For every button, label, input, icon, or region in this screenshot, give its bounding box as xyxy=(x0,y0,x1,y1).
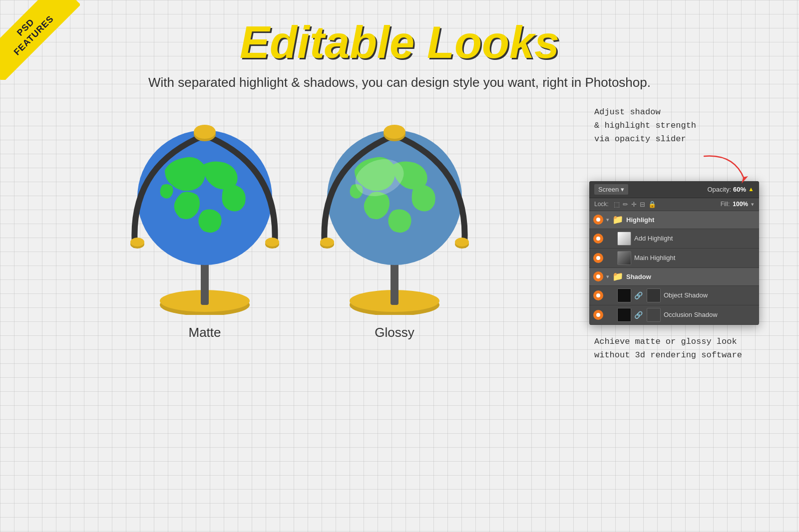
svg-point-9 xyxy=(265,238,279,247)
psd-badge: PSDFEATURES xyxy=(0,0,80,80)
occlusion-shadow-name: Occlusion Shadow xyxy=(664,311,755,318)
padlock-icon[interactable]: 🔒 xyxy=(648,201,656,208)
eye-icon-highlight[interactable] xyxy=(593,215,603,225)
layer-main-highlight[interactable]: Main Highlight xyxy=(589,249,759,268)
layer-occlusion-shadow[interactable]: 🔗 Occlusion Shadow xyxy=(589,305,759,325)
ps-fill-label: Fill: xyxy=(721,201,730,208)
thumb-object-shadow xyxy=(617,288,631,302)
thumb-main-highlight xyxy=(617,251,631,265)
layer-object-shadow[interactable]: 🔗 Object Shadow xyxy=(589,286,759,305)
eye-icon-shadow[interactable] xyxy=(593,271,603,281)
thumb-add-highlight xyxy=(617,232,631,246)
ps-yellow-indicator: ▲ xyxy=(748,186,754,193)
globes-area: Matte xyxy=(30,105,569,340)
ps-opacity: Opacity: 60% ▲ xyxy=(707,186,754,193)
svg-point-13 xyxy=(327,130,462,265)
shadow-group-name: Shadow xyxy=(626,273,755,280)
red-arrow-svg xyxy=(694,151,754,186)
panel-area: Adjust shadow & highlight strength via o… xyxy=(589,105,769,362)
eye-icon-occlusion-shadow[interactable] xyxy=(593,310,603,320)
ps-opacity-value[interactable]: 60% xyxy=(733,186,746,193)
ps-opacity-label: Opacity: xyxy=(707,186,731,193)
red-arrow-container xyxy=(589,151,769,181)
main-content: Matte xyxy=(0,95,799,362)
main-highlight-name: Main Highlight xyxy=(634,254,755,262)
folder-icon-highlight: 📁 xyxy=(612,214,623,225)
move-icon[interactable]: ✛ xyxy=(631,201,637,208)
subtitle: With separated highlight & shadows, you … xyxy=(0,75,799,90)
svg-point-3 xyxy=(137,130,272,265)
artboard-icon[interactable]: ⊟ xyxy=(640,201,645,208)
link-icon-occlusion: 🔗 xyxy=(634,311,643,319)
matte-globe-container: Matte xyxy=(125,105,285,340)
object-shadow-name: Object Shadow xyxy=(664,291,755,299)
brush-icon[interactable]: ✏ xyxy=(623,201,628,208)
layer-shadow-group[interactable]: ▾ 📁 Shadow xyxy=(589,268,759,286)
glossy-label: Glossy xyxy=(375,325,414,340)
eye-icon-add-highlight[interactable] xyxy=(593,234,603,244)
ps-blend-mode[interactable]: Screen ▾ xyxy=(594,184,628,195)
layer-add-highlight[interactable]: Add Highlight xyxy=(589,229,759,249)
page-title: Editable Looks xyxy=(0,20,799,65)
matte-globe-svg xyxy=(125,105,285,315)
folder-icon-shadow: 📁 xyxy=(612,271,623,282)
glossy-globe-svg xyxy=(315,105,474,315)
lock-icon[interactable]: ⬚ xyxy=(614,201,620,208)
layer-highlight-group[interactable]: ▾ 📁 Highlight xyxy=(589,211,759,229)
psd-badge-text: PSDFEATURES xyxy=(0,0,80,80)
header: Editable Looks With separated highlight … xyxy=(0,0,799,95)
matte-label: Matte xyxy=(188,325,221,340)
top-annotation: Adjust shadow & highlight strength via o… xyxy=(589,105,696,146)
add-highlight-name: Add Highlight xyxy=(634,235,755,242)
ps-lock-label: Lock: xyxy=(594,201,609,208)
photoshop-panel: Screen ▾ Opacity: 60% ▲ Lock: ⬚ ✏ ✛ ⊟ 🔒 … xyxy=(589,181,759,325)
ps-lock-row: Lock: ⬚ ✏ ✛ ⊟ 🔒 Fill: 100% ▾ xyxy=(589,198,759,211)
svg-point-7 xyxy=(130,238,144,247)
bottom-annotation: Achieve matte or glossy look without 3d … xyxy=(589,335,742,362)
highlight-group-name: Highlight xyxy=(626,216,755,224)
eye-icon-main-highlight[interactable] xyxy=(593,253,603,263)
thumb-occlusion-shadow-2 xyxy=(647,308,661,322)
glossy-globe-container: Glossy xyxy=(315,105,474,340)
thumb-occlusion-shadow xyxy=(617,308,631,322)
expand-arrow-shadow[interactable]: ▾ xyxy=(606,273,609,280)
ps-fill-value[interactable]: 100% xyxy=(733,201,748,208)
link-icon-object: 🔗 xyxy=(634,291,643,299)
svg-marker-21 xyxy=(742,176,748,184)
svg-point-18 xyxy=(320,238,334,247)
svg-point-16 xyxy=(384,125,405,139)
svg-point-20 xyxy=(455,238,469,247)
eye-icon-object-shadow[interactable] xyxy=(593,290,603,300)
svg-point-5 xyxy=(194,125,216,139)
thumb-object-shadow-2 xyxy=(647,288,661,302)
expand-arrow-highlight[interactable]: ▾ xyxy=(606,217,609,223)
